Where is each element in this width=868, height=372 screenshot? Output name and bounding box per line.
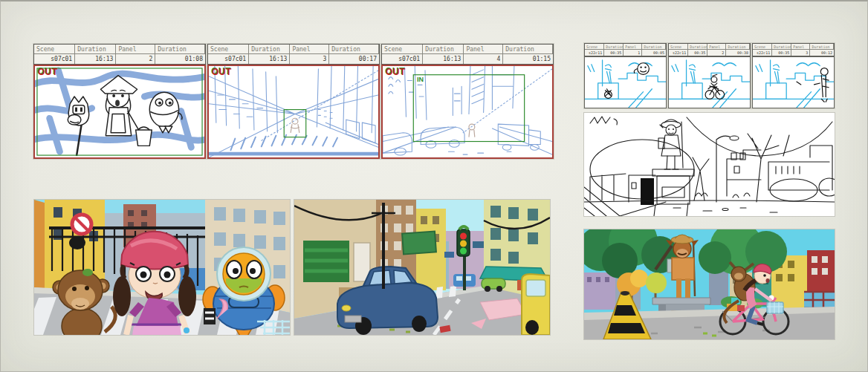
rendered-frame-crosswalk — [34, 200, 290, 335]
bw-layout-board — [584, 113, 835, 216]
scene-duration-value: 16:13 — [423, 54, 464, 64]
duration-label: Duration — [75, 45, 116, 54]
panel-header: Scene Duration Panel Duration s22c11 00:… — [584, 43, 667, 56]
scene-value: s22c11 — [585, 50, 604, 56]
park-scene-line-art — [584, 117, 835, 216]
panel-duration-value: 00:38 — [726, 50, 750, 56]
duration-label: Duration — [249, 45, 290, 54]
panel-label: Panel — [116, 45, 155, 54]
panel-number-value: 1 — [624, 50, 642, 56]
scene-label: Scene — [669, 44, 688, 50]
camera-out-marker: OUT — [386, 67, 406, 77]
mini-sketch-frame-1 — [584, 56, 667, 108]
mini-sketch-frame-2 — [668, 56, 751, 108]
panel-label: Panel — [791, 44, 810, 50]
scene-duration-value: 16:13 — [75, 54, 116, 64]
panel-duration-value: 01:15 — [503, 54, 553, 64]
panel-number-value: 3 — [290, 54, 329, 64]
storyboard-panel-2: Scene Duration Panel Duration s07c01 16:… — [207, 44, 380, 159]
right-buildings — [768, 146, 832, 190]
mid-buildings — [727, 150, 761, 196]
scene-label: Scene — [382, 45, 423, 54]
scene-label: Scene — [34, 45, 75, 54]
rendered-frame-park — [584, 229, 835, 339]
panel-number-value: 3 — [791, 50, 810, 56]
scene-value: s22c11 — [753, 50, 772, 56]
panel-number-value: 2 — [707, 50, 726, 56]
panel-label: Panel — [290, 45, 329, 54]
panel-header: Scene Duration Panel Duration s07c01 16:… — [207, 44, 380, 65]
mini-storyboard-panel-3: Scene Duration Panel Duration s22c11 00:… — [752, 43, 835, 108]
monkey-puppet-sketch — [68, 97, 89, 156]
mini-sketch-bicycle — [669, 57, 750, 108]
mini-sketch-frame-3 — [752, 56, 835, 108]
duration-label: Duration — [810, 44, 834, 50]
speech-scribble — [590, 117, 618, 125]
mini-storyboard-panel-2: Scene Duration Panel Duration s22c11 00:… — [668, 43, 751, 108]
street-lamp — [716, 136, 731, 202]
panel-label: Panel — [464, 45, 503, 54]
storyboard-panel-3: Scene Duration Panel Duration s07c01 16:… — [381, 44, 554, 159]
characters-far-sketch — [291, 118, 299, 133]
street-perspective-sketch — [209, 66, 378, 157]
scene-duration-value: 16:13 — [249, 54, 290, 64]
no-entry-sign-icon — [72, 215, 91, 234]
panel-header: Scene Duration Panel Duration s07c01 16:… — [33, 44, 206, 65]
rendered-frame-street — [294, 200, 550, 335]
scene-value: s22c11 — [669, 50, 688, 56]
sketch-frame-street: OUT — [207, 65, 380, 159]
duration-label: Duration — [329, 45, 379, 54]
color-frame-characters — [34, 200, 290, 335]
scene-duration-value: 00:35 — [604, 50, 624, 56]
girl-sketch — [100, 76, 152, 146]
panel-duration-value: 01:08 — [155, 54, 205, 64]
duration-label: Duration — [503, 45, 553, 54]
street-wide-sketch — [383, 66, 552, 157]
sketch-frame-characters: OUT — [33, 65, 206, 159]
color-frame-park — [584, 229, 835, 339]
duration-label: Duration — [155, 45, 205, 54]
sketch-frame-street-wide: OUT IN — [381, 65, 554, 159]
duration-label: Duration — [423, 45, 464, 54]
camera-out-marker: OUT — [38, 67, 58, 77]
panel-header: Scene Duration Panel Duration s22c11 00:… — [752, 43, 835, 56]
statue-pedestal — [652, 169, 694, 204]
statue-park-line-art — [669, 60, 750, 108]
rough-sketch-characters — [35, 66, 204, 157]
panel-header: Scene Duration Panel Duration s07c01 16:… — [381, 44, 554, 65]
scene-duration-value: 00:35 — [772, 50, 791, 56]
camera-out-marker: OUT — [212, 67, 232, 77]
panel-label: Panel — [707, 44, 726, 50]
scene-value: s07c01 — [34, 54, 75, 64]
mini-sketch-bird — [585, 57, 666, 108]
bw-layout-drawing — [584, 113, 835, 216]
scene-label: Scene — [753, 44, 772, 50]
scene-label: Scene — [585, 44, 604, 50]
panel-number-value: 2 — [116, 54, 155, 64]
panel-label: Panel — [624, 44, 642, 50]
duration-label: Duration — [726, 44, 750, 50]
scene-value: s07c01 — [208, 54, 249, 64]
panel-header: Scene Duration Panel Duration s22c11 00:… — [668, 43, 751, 56]
color-frame-street — [294, 200, 550, 335]
yellow-van — [522, 274, 550, 335]
storyboard-sheet: Scene Duration Panel Duration s07c01 16:… — [0, 0, 868, 372]
mini-storyboard-panel-1: Scene Duration Panel Duration s22c11 00:… — [584, 43, 667, 108]
panel-number-value: 4 — [464, 54, 503, 64]
scene-duration-value: 00:35 — [688, 50, 707, 56]
panel-duration-value: 00:05 — [642, 50, 666, 56]
city-line-art — [209, 66, 378, 157]
statue-park-line-art — [585, 60, 666, 108]
scene-label: Scene — [208, 45, 249, 54]
duration-label: Duration — [688, 44, 707, 50]
panel-duration-value: 00:12 — [810, 50, 834, 56]
duration-label: Duration — [772, 44, 791, 50]
scene-value: s07c01 — [382, 54, 423, 64]
duration-label: Duration — [604, 44, 624, 50]
camera-in-marker: IN — [417, 76, 424, 83]
duration-label: Duration — [642, 44, 666, 50]
panel-duration-value: 00:17 — [329, 54, 379, 64]
mini-sketch-figure — [753, 57, 834, 108]
storyboard-panel-1: Scene Duration Panel Duration s07c01 16:… — [33, 44, 206, 159]
